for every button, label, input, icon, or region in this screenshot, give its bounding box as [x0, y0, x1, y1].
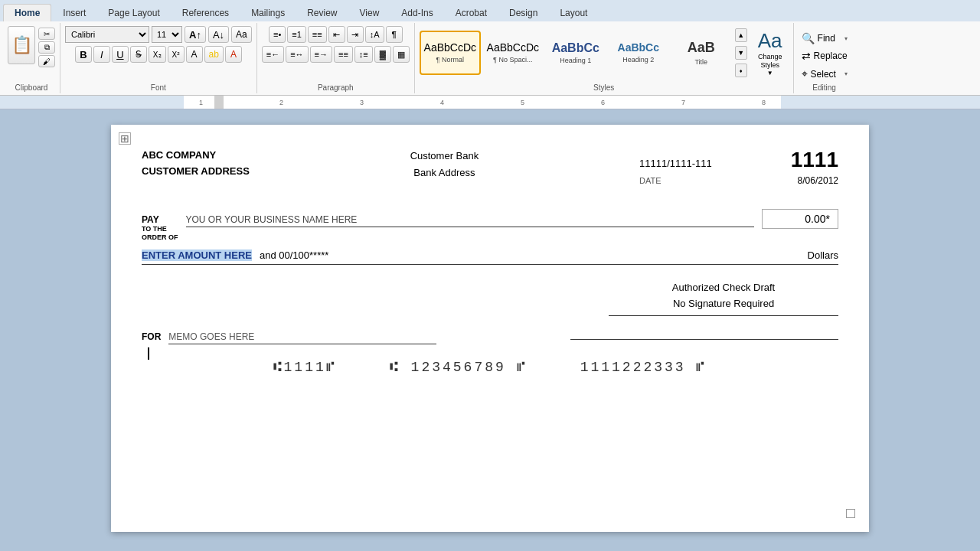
ruler: 12345678	[0, 96, 980, 109]
format-painter-button[interactable]: 🖌	[38, 55, 55, 67]
select-icon: ⌖	[802, 67, 808, 80]
editing-group: 🔍 Find ▾ ⇄ Replace ⌖ Select ▾ Editing	[794, 23, 855, 93]
tab-insert[interactable]: Insert	[52, 5, 96, 21]
style-title-preview: AaB	[688, 40, 715, 57]
pay-text: PAY	[142, 214, 178, 225]
find-button[interactable]: 🔍 Find ▾	[799, 31, 851, 46]
fontcolor-button[interactable]: A	[225, 46, 242, 63]
tab-acrobat[interactable]: Acrobat	[445, 5, 498, 21]
superscript-button[interactable]: X²	[168, 46, 185, 63]
clipboard-group: 📋 ✂ ⧉ 🖌 Clipboard	[3, 23, 60, 93]
cut-button[interactable]: ✂	[38, 28, 55, 40]
style-normal-button[interactable]: AaBbCcDc ¶ Normal	[420, 31, 481, 75]
tab-review[interactable]: Review	[296, 5, 348, 21]
micr-right: 1111222333 ⑈	[580, 360, 707, 375]
memo-row: FOR MEMO GOES HERE	[142, 331, 838, 344]
tab-layout[interactable]: Layout	[549, 5, 598, 21]
amount-value: 0.00*	[805, 213, 830, 225]
doc-page[interactable]: ⊞ ABC COMPANY CUSTOMER ADDRESS Customer …	[111, 125, 869, 532]
pay-to-value: YOU OR YOUR BUSINESS NAME HERE	[186, 214, 358, 225]
style-heading2-preview: AaBbCc	[618, 41, 659, 54]
select-arrow: ▾	[844, 70, 848, 77]
bullets-button[interactable]: ≡•	[269, 26, 286, 43]
sort-button[interactable]: ↕A	[365, 26, 384, 43]
company-info: ABC COMPANY CUSTOMER ADDRESS	[142, 148, 250, 180]
style-heading2-button[interactable]: AaBbCc Heading 2	[608, 31, 669, 75]
decrease-font-button[interactable]: A↓	[208, 26, 229, 43]
paste-button[interactable]: 📋	[8, 26, 35, 64]
style-nospacing-preview: AaBbCcDc	[487, 41, 539, 54]
numbering-button[interactable]: ≡1	[287, 26, 306, 43]
pay-label: PAY TO THE ORDER OF	[142, 214, 178, 242]
align-center-button[interactable]: ≡↔	[286, 46, 308, 63]
document-area: ⊞ ABC COMPANY CUSTOMER ADDRESS Customer …	[0, 109, 980, 547]
tab-design[interactable]: Design	[498, 5, 548, 21]
change-styles-button[interactable]: Aa ChangeStyles ▼	[752, 26, 789, 80]
align-right-button[interactable]: ≡→	[310, 46, 332, 63]
memo-value: MEMO GOES HERE	[168, 331, 254, 342]
company-address: CUSTOMER ADDRESS	[142, 164, 250, 180]
change-styles-label: ChangeStyles	[758, 53, 782, 70]
ribbon-tabs-bar: Home Insert Page Layout References Maili…	[0, 0, 980, 21]
routing-number: 11111/1111-111	[639, 158, 712, 169]
tab-page-layout[interactable]: Page Layout	[97, 5, 170, 21]
strikethrough-button[interactable]: S̶	[130, 46, 147, 63]
show-marks-button[interactable]: ¶	[386, 26, 403, 43]
styles-more-button[interactable]: ⬧	[735, 64, 747, 77]
line-spacing-button[interactable]: ↕≡	[354, 46, 373, 63]
styles-group: AaBbCcDc ¶ Normal AaBbCcDc ¶ No Spaci...…	[415, 23, 794, 93]
underline-button[interactable]: U	[112, 46, 129, 63]
border-button[interactable]: ▦	[393, 46, 410, 63]
justify-button[interactable]: ≡≡	[334, 46, 353, 63]
align-left-button[interactable]: ≡←	[262, 46, 284, 63]
shading-button[interactable]: ▓	[374, 46, 391, 63]
replace-button[interactable]: ⇄ Replace	[799, 48, 851, 64]
tab-references[interactable]: References	[172, 5, 240, 21]
clipboard-label: Clipboard	[15, 82, 48, 92]
font-group: Calibri 11 A↑ A↓ Aa B I U S̶ X₂ X² A ab …	[60, 23, 257, 93]
tab-view[interactable]: View	[349, 5, 390, 21]
authorized-text: Authorized Check Draft No Signature Requ…	[609, 280, 838, 316]
company-name: ABC COMPANY	[142, 148, 250, 164]
style-title-button[interactable]: AaB Title	[671, 31, 732, 75]
multilevel-button[interactable]: ≡≡	[308, 26, 327, 43]
clear-format-button[interactable]: Aa	[231, 26, 252, 43]
authorized-section: Authorized Check Draft No Signature Requ…	[142, 280, 838, 316]
date-value: 8/06/2012	[798, 175, 838, 186]
amount-words-highlight: ENTER AMOUNT HERE	[142, 249, 252, 261]
bold-button[interactable]: B	[75, 46, 92, 63]
font-size-select[interactable]: 11	[152, 26, 182, 43]
authorized-line2: No Signature Required	[609, 296, 838, 312]
memo-sig-line	[570, 339, 838, 340]
increase-indent-button[interactable]: ⇥	[347, 26, 364, 43]
micr-left: ⑆1111⑈	[273, 360, 337, 375]
style-heading2-label: Heading 2	[622, 56, 654, 64]
tab-home[interactable]: Home	[3, 4, 51, 21]
style-heading1-button[interactable]: AaBbCc Heading 1	[545, 31, 606, 75]
style-nospacing-label: ¶ No Spaci...	[493, 56, 532, 64]
subscript-button[interactable]: X₂	[149, 46, 166, 63]
highlight-button[interactable]: ab	[204, 46, 224, 63]
check-number: 1111	[791, 148, 838, 172]
authorized-line1: Authorized Check Draft	[609, 280, 838, 296]
copy-button[interactable]: ⧉	[38, 41, 55, 54]
styles-scroll-up-button[interactable]: ▲	[735, 28, 747, 42]
select-button[interactable]: ⌖ Select ▾	[799, 66, 851, 82]
bank-info: Customer Bank Bank Address	[410, 148, 479, 181]
change-styles-arrow: ▼	[767, 70, 773, 77]
styles-scroll-down-button[interactable]: ▼	[735, 46, 747, 60]
font-name-select[interactable]: Calibri	[65, 26, 149, 43]
decrease-indent-button[interactable]: ⇤	[328, 26, 345, 43]
increase-font-button[interactable]: A↑	[185, 26, 206, 43]
cross-icon[interactable]: ⊞	[119, 132, 131, 145]
tab-mailings[interactable]: Mailings	[240, 5, 296, 21]
style-title-label: Title	[694, 58, 707, 66]
replace-icon: ⇄	[802, 50, 811, 62]
micr-middle: ⑆ 123456789 ⑈	[390, 360, 528, 375]
find-arrow: ▾	[844, 35, 848, 42]
check-top-right: 11111/1111-111 1111 DATE 8/06/2012	[639, 148, 838, 186]
tab-addins[interactable]: Add-Ins	[390, 5, 443, 21]
italic-button[interactable]: I	[93, 46, 110, 63]
style-nospacing-button[interactable]: AaBbCcDc ¶ No Spaci...	[482, 31, 544, 75]
texteffect-button[interactable]: A	[186, 46, 203, 63]
